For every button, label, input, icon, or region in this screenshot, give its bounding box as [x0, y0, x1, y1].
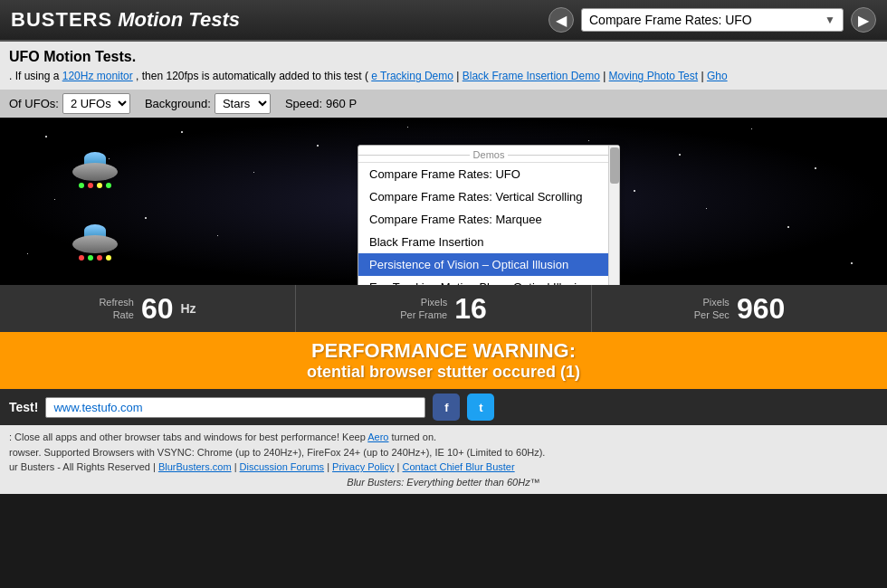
bottom-line-2: rowser. Supported Browsers with VSYNC: C… [9, 445, 878, 460]
ufo-light [79, 255, 84, 261]
ufo-1-body [72, 163, 118, 181]
logo-busters: BUSTERS [11, 8, 112, 32]
link-privacy[interactable]: Privacy Policy [332, 461, 394, 472]
ufo-light [97, 255, 102, 261]
ufo-light [88, 183, 93, 188]
link-contact[interactable]: Contact Chief Blur Buster [403, 461, 515, 472]
dropdown-container: Compare Frame Rates: UFO ▼ [581, 8, 844, 32]
nav-prev-button[interactable]: ◀ [548, 7, 574, 33]
speed-value: 960 P [326, 97, 357, 110]
bottom-tagline: Blur Busters: Everything better than 60H… [9, 475, 878, 490]
pixels-per-sec-label: PixelsPer Sec [694, 296, 730, 322]
stat-refresh-rate: RefreshRate 60 Hz [0, 285, 296, 332]
background-select[interactable]: Stars Black Gray [215, 93, 271, 114]
logo-motion: Motion Tests [118, 8, 240, 32]
ufo-2 [72, 235, 118, 261]
ufo-light [106, 183, 111, 188]
header-logo-area: BUSTERS Motion Tests [11, 8, 240, 32]
link-gho[interactable]: Gho [707, 70, 728, 82]
twitter-button[interactable]: t [467, 394, 494, 421]
ufo-1 [72, 163, 118, 188]
dropdown-selected-text: Compare Frame Rates: UFO [589, 13, 752, 27]
test-label: Test! [9, 400, 38, 414]
background-label: Background: [145, 97, 211, 110]
bottom-text-1-end: turned on. [392, 432, 437, 442]
dropdown-menu: DemosCompare Frame Rates: UFOCompare Fra… [358, 145, 620, 285]
dropdown-item[interactable]: Black Frame Insertion [358, 231, 619, 253]
dropdown-item[interactable]: Compare Frame Rates: UFO [358, 163, 619, 185]
bottom-text-1: : Close all apps and other browser tabs … [9, 432, 367, 442]
facebook-button[interactable]: f [433, 394, 460, 421]
ufo-1-lights [79, 183, 111, 188]
ufos-label: Of UFOs: [9, 97, 59, 110]
intro-title: UFO Motion Tests. [9, 47, 878, 67]
ufo-light [88, 255, 93, 261]
speed-label: Speed: [285, 97, 322, 110]
dropdown-item[interactable]: Compare Frame Rates: Marquee [358, 208, 619, 231]
ufos-select[interactable]: 2 UFOs 1 UFO 3 UFOs [62, 93, 130, 114]
bottom-text-2: rowser. Supported Browsers with VSYNC: C… [9, 447, 545, 458]
link-tracking[interactable]: e Tracking Demo [371, 70, 453, 82]
refresh-rate-value: 60 [141, 294, 174, 323]
ufo-light [97, 183, 102, 188]
pixels-per-frame-label: PixelsPer Frame [400, 296, 447, 322]
ufo-light [106, 255, 111, 261]
nav-next-button[interactable]: ▶ [851, 7, 876, 33]
pixels-per-frame-value: 16 [454, 294, 487, 323]
stat-pixels-per-sec: PixelsPer Sec 960 [592, 285, 887, 332]
refresh-rate-label: RefreshRate [99, 296, 134, 322]
link-aero[interactable]: Aero [367, 432, 388, 442]
intro-text-2: , then 120fps is automatically added to … [136, 70, 368, 82]
link-photo[interactable]: Moving Photo Test [609, 70, 699, 82]
bottom-text-3: ur Busters - All Rights Reserved | [9, 461, 158, 472]
bottom-line-3: ur Busters - All Rights Reserved | BlurB… [9, 460, 878, 475]
ufo-2-body [72, 235, 118, 253]
intro-links: . If using a 120Hz monitor , then 120fps… [9, 69, 878, 84]
dropdown-item[interactable]: Eye Tracking Motion Blur – Optical Illus… [358, 276, 619, 285]
link-blurbusters[interactable]: BlurBusters.com [158, 461, 232, 472]
bottom-line-1: : Close all apps and other browser tabs … [9, 430, 878, 445]
ufo-2-lights [79, 255, 111, 261]
demo-select[interactable]: Compare Frame Rates: UFO ▼ [581, 8, 844, 32]
warning-title: PERFORMANCE WARNING: [9, 339, 878, 363]
animation-area: DemosCompare Frame Rates: UFOCompare Fra… [0, 118, 887, 285]
warning-subtitle: otential browser stutter occured (1) [9, 363, 878, 382]
link-discussion[interactable]: Discussion Forums [240, 461, 325, 472]
link-bfi[interactable]: Black Frame Insertion Demo [463, 70, 600, 82]
dropdown-scrollbar[interactable] [608, 146, 619, 285]
link-120hz[interactable]: 120Hz monitor [62, 70, 133, 82]
intro-text-1: . If using a [9, 70, 62, 82]
background-control: Background: Stars Black Gray [145, 93, 271, 114]
pixels-per-sec-value: 960 [737, 294, 785, 323]
url-display[interactable]: www.testufo.com [45, 397, 425, 418]
scrollbar-thumb[interactable] [610, 147, 619, 184]
refresh-rate-unit: Hz [181, 301, 196, 316]
stat-pixels-per-frame: PixelsPer Frame 16 [296, 285, 592, 332]
ufos-control: Of UFOs: 2 UFOs 1 UFO 3 UFOs [9, 93, 130, 114]
dropdown-item[interactable]: Compare Frame Rates: Vertical Scrolling [358, 185, 619, 208]
dropdown-items: DemosCompare Frame Rates: UFOCompare Fra… [358, 146, 619, 285]
controls-bar: Of UFOs: 2 UFOs 1 UFO 3 UFOs Background:… [0, 90, 887, 118]
dropdown-chevron-icon: ▼ [825, 14, 835, 26]
dropdown-section-demos: Demos [358, 146, 619, 163]
warning-banner: PERFORMANCE WARNING: otential browser st… [0, 332, 887, 389]
header: BUSTERS Motion Tests ◀ Compare Frame Rat… [0, 0, 887, 42]
stats-bar: RefreshRate 60 Hz PixelsPer Frame 16 Pix… [0, 285, 887, 332]
dropdown-item[interactable]: Persistence of Vision – Optical Illusion [358, 253, 619, 276]
ufo-light [79, 183, 84, 188]
header-nav: ◀ Compare Frame Rates: UFO ▼ ▶ [548, 7, 876, 33]
speed-control: Speed: 960 P [285, 97, 357, 110]
bottom-text: : Close all apps and other browser tabs … [0, 425, 887, 494]
footer-bar: Test! www.testufo.com f t [0, 389, 887, 425]
intro-area: UFO Motion Tests. . If using a 120Hz mon… [0, 42, 887, 90]
